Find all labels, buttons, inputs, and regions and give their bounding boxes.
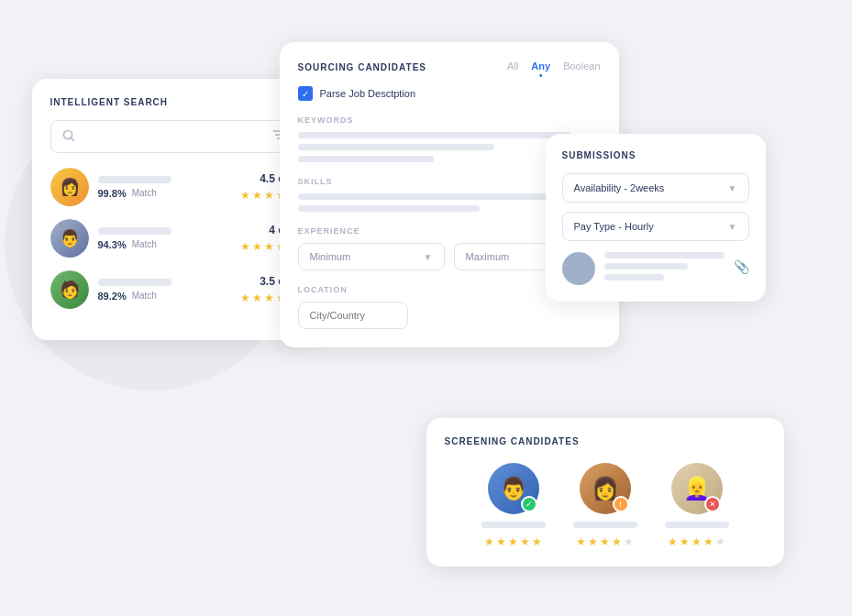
match-percentage: 94.3%: [98, 239, 127, 250]
attachment-icon: 📎: [734, 259, 749, 274]
star: ★: [612, 535, 622, 548]
tab-any[interactable]: Any: [531, 60, 550, 73]
submissions-card: SUBMISSIONS Availability - 2weeks ▼ Pay …: [546, 134, 766, 302]
screening-candidates-card: SCREENING CANDIDATES 👨 ✓ ★ ★ ★ ★ ★: [426, 418, 784, 566]
avatar-image: 🧑: [50, 270, 89, 309]
screening-candidate: 👨 ✓ ★ ★ ★ ★ ★: [481, 463, 546, 548]
screening-avatar-wrap: 👨 ✓: [488, 463, 539, 514]
submission-candidate-row: 📎: [562, 252, 749, 285]
star: ★: [692, 535, 702, 548]
candidate-info: 94.3% Match: [98, 227, 231, 250]
keywords-label: KEYWORDS: [298, 116, 601, 125]
submission-lines: [604, 252, 725, 285]
star: ★: [240, 189, 250, 202]
match-row: 99.8% Match: [98, 188, 231, 199]
screening-stars: ★ ★ ★ ★ ★: [484, 535, 542, 548]
candidate-info: 99.8% Match: [98, 176, 231, 199]
candidate-row: 🧑 89.2% Match 3.5 of 5 ★ ★ ★ ★ ★: [50, 270, 298, 309]
search-icon: [62, 129, 75, 145]
sourcing-header: SOURCING CANDIDATES All Any Boolean: [298, 60, 601, 73]
match-percentage: 99.8%: [98, 188, 127, 199]
candidate-info: 89.2% Match: [98, 279, 231, 302]
skill-bar: [298, 205, 480, 212]
match-percentage: 89.2%: [98, 291, 127, 302]
name-bar: [98, 176, 172, 183]
match-label: Match: [132, 188, 157, 198]
candidate-row: 👨 94.3% Match 4 of 5 ★ ★ ★ ★ ★: [50, 219, 298, 258]
star: ★: [600, 535, 610, 548]
star: ★: [668, 535, 678, 548]
parse-job-label: Parse Job Desctption: [320, 88, 416, 99]
search-bar[interactable]: [50, 120, 298, 153]
screening-stars: ★ ★ ★ ★ ★: [576, 535, 634, 548]
minimum-dropdown[interactable]: Minimum ▼: [298, 243, 445, 270]
match-row: 94.3% Match: [98, 239, 231, 250]
intelligent-search-title: INTELLIGENT SEARCH: [50, 97, 298, 107]
tab-all[interactable]: All: [507, 60, 518, 73]
star: ★: [508, 535, 518, 548]
location-input[interactable]: [298, 302, 408, 329]
name-bar: [98, 227, 172, 235]
keyword-bar: [298, 144, 495, 150]
sub-line: [604, 252, 725, 258]
screening-name-bar: [665, 522, 729, 528]
screening-badge-pending: !: [613, 496, 629, 512]
keyword-bar: [298, 132, 570, 138]
star: ★: [264, 292, 274, 304]
star: ★: [576, 535, 586, 548]
intelligent-search-card: INTELLIGENT SEARCH 👩: [32, 79, 316, 340]
screening-badge-accepted: ✓: [521, 496, 537, 512]
star: ★: [520, 535, 530, 548]
screening-name-bar: [573, 522, 637, 528]
availability-dropdown[interactable]: Availability - 2weeks ▼: [562, 173, 749, 203]
star: ★: [240, 292, 250, 304]
star: ★: [252, 189, 262, 202]
parse-job-row[interactable]: ✓ Parse Job Desctption: [298, 86, 601, 101]
star: ★: [264, 189, 274, 202]
keyword-bar: [298, 156, 435, 162]
sub-line: [604, 274, 665, 280]
avatar: 👨: [50, 219, 89, 258]
star-half: ★: [703, 535, 714, 548]
screening-title: SCREENING CANDIDATES: [445, 436, 766, 446]
star-empty: ★: [624, 535, 634, 548]
avatar-image: 👨: [50, 219, 89, 258]
tab-group: All Any Boolean: [507, 60, 600, 73]
star-half: ★: [532, 535, 542, 548]
match-label: Match: [132, 239, 157, 249]
chevron-down-icon: ▼: [424, 252, 433, 262]
star-empty: ★: [715, 535, 725, 548]
pay-type-dropdown[interactable]: Pay Type - Hourly ▼: [562, 212, 749, 241]
tab-boolean[interactable]: Boolean: [563, 60, 600, 73]
submission-avatar: [562, 252, 595, 285]
star: ★: [252, 292, 262, 304]
name-bar: [98, 279, 172, 286]
scene: INTELLIGENT SEARCH 👩: [32, 24, 821, 592]
star: ★: [588, 535, 598, 548]
screening-avatar-wrap: 👱‍♀️ ✕: [671, 463, 723, 514]
screening-candidate: 👩 ! ★ ★ ★ ★ ★: [573, 463, 637, 548]
svg-line-1: [71, 138, 73, 140]
avatar-image: 👩: [50, 168, 89, 206]
star: ★: [240, 240, 250, 253]
star: ★: [680, 535, 690, 548]
screening-badge-rejected: ✕: [704, 496, 721, 512]
star: ★: [252, 240, 262, 253]
screening-avatar-wrap: 👩 !: [580, 463, 631, 514]
avatar: 👩: [50, 168, 89, 206]
screening-name-bar: [481, 522, 546, 528]
sub-line: [604, 263, 689, 270]
screening-stars: ★ ★ ★ ★ ★: [668, 535, 725, 548]
avatar: 🧑: [50, 270, 89, 309]
screening-candidate: 👱‍♀️ ✕ ★ ★ ★ ★ ★: [665, 463, 729, 548]
sourcing-title: SOURCING CANDIDATES: [298, 62, 426, 72]
star: ★: [496, 535, 506, 548]
screening-candidates-list: 👨 ✓ ★ ★ ★ ★ ★ 👩 !: [445, 463, 766, 548]
parse-job-checkbox[interactable]: ✓: [298, 86, 313, 101]
match-row: 89.2% Match: [98, 291, 231, 302]
match-label: Match: [132, 291, 157, 301]
chevron-down-icon: ▼: [728, 222, 737, 232]
star: ★: [264, 240, 274, 253]
candidate-row: 👩 99.8% Match 4.5 of 5 ★ ★ ★ ★ ★: [50, 168, 298, 206]
chevron-down-icon: ▼: [728, 183, 737, 193]
